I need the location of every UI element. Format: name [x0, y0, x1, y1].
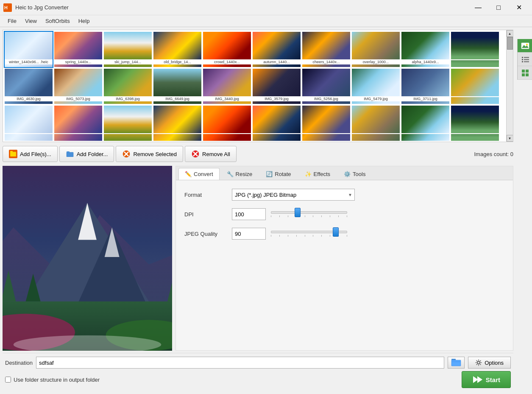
- image-thumb[interactable]: [451, 69, 499, 104]
- destination-input[interactable]: [36, 357, 444, 369]
- image-thumb[interactable]: winter_1440x96... .heic: [5, 32, 53, 67]
- image-thumb[interactable]: [302, 106, 350, 141]
- svg-rect-3: [10, 151, 13, 152]
- start-arrow-icon: [472, 375, 482, 384]
- convert-icon: ✏️: [185, 171, 192, 177]
- tab-tools-label: Tools: [353, 171, 365, 177]
- add-files-icon: [9, 150, 17, 158]
- tab-convert-label: Convert: [194, 171, 213, 177]
- image-thumb-label: alpha_1440x9...: [401, 59, 449, 64]
- image-thumb[interactable]: [5, 106, 53, 141]
- image-thumb[interactable]: [153, 106, 201, 141]
- tick: [279, 215, 280, 217]
- close-button[interactable]: ✕: [509, 2, 529, 14]
- image-thumb[interactable]: cheers_1440x...: [302, 32, 350, 67]
- image-thumb[interactable]: [54, 106, 102, 141]
- svg-point-30: [477, 361, 480, 364]
- scroll-track[interactable]: [507, 37, 513, 135]
- jpeg-quality-input[interactable]: [232, 228, 266, 240]
- add-files-button[interactable]: Add File(s)...: [3, 146, 58, 162]
- tick: [279, 235, 280, 237]
- right-side-icons: [517, 39, 532, 80]
- view-image-button[interactable]: [518, 39, 532, 53]
- svg-rect-28: [451, 360, 461, 366]
- add-folder-button[interactable]: Add Folder...: [59, 146, 114, 162]
- image-thumb[interactable]: [352, 106, 400, 141]
- tab-effects[interactable]: ✨ Effects: [298, 168, 337, 180]
- image-grid: winter_1440x96... .heicspring_1440x...sk…: [3, 30, 506, 142]
- tab-tools[interactable]: ⚙️ Tools: [337, 168, 372, 180]
- menu-file[interactable]: File: [3, 16, 21, 26]
- start-button[interactable]: Start: [462, 371, 511, 388]
- image-thumb[interactable]: spring_1440x...: [54, 32, 102, 67]
- image-thumb[interactable]: [253, 106, 301, 141]
- image-thumb[interactable]: alpha_1440x9...: [401, 32, 449, 67]
- image-thumb[interactable]: [203, 106, 251, 141]
- svg-marker-32: [477, 376, 482, 383]
- image-thumb[interactable]: IMG_3711.jpg: [401, 69, 449, 104]
- image-thumb[interactable]: IMG_4630.jpg: [5, 69, 53, 104]
- image-thumb[interactable]: IMG_6398.jpg: [104, 69, 152, 104]
- image-thumb[interactable]: crowd_1440x...: [203, 32, 251, 67]
- tab-resize[interactable]: 🔧 Resize: [220, 168, 259, 180]
- jpeg-slider-thumb[interactable]: [333, 227, 339, 237]
- image-thumb[interactable]: autumn_1440...: [253, 32, 301, 67]
- start-label: Start: [486, 376, 500, 383]
- dpi-input[interactable]: [232, 208, 266, 220]
- image-thumb[interactable]: [104, 106, 152, 141]
- tab-convert[interactable]: ✏️ Convert: [178, 168, 220, 180]
- image-thumb[interactable]: IMG_5256.jpg: [302, 69, 350, 104]
- view-list-button[interactable]: [518, 53, 532, 66]
- scroll-down-btn[interactable]: ▼: [507, 135, 513, 142]
- scroll-thumb[interactable]: [507, 37, 513, 50]
- image-thumb[interactable]: IMG_3440.jpg: [203, 69, 251, 104]
- folder-structure-row: Use folder structure in output folder: [5, 377, 100, 383]
- dpi-slider-track[interactable]: [271, 211, 347, 214]
- image-thumb-label: IMG_3711.jpg: [401, 96, 449, 101]
- image-thumb-label: winter_1440x96... .heic: [5, 59, 53, 64]
- folder-structure-checkbox[interactable]: [5, 377, 11, 383]
- minimize-button[interactable]: —: [468, 2, 488, 14]
- tick: [305, 215, 305, 217]
- image-thumb[interactable]: IMG_5479.jpg: [352, 69, 400, 104]
- image-thumb-label: IMG_6649.jpg: [153, 96, 201, 101]
- scroll-up-btn[interactable]: ▲: [507, 30, 513, 37]
- image-thumb[interactable]: ski_jump_144...: [104, 32, 152, 67]
- image-thumb[interactable]: IMG_3579.jpg: [253, 69, 301, 104]
- view-grid-button[interactable]: [518, 66, 532, 80]
- image-thumb[interactable]: old_bridge_14...: [153, 32, 201, 67]
- dpi-slider-thumb[interactable]: [295, 208, 301, 217]
- menu-help[interactable]: Help: [74, 16, 94, 26]
- grid-scrollbar[interactable]: ▲ ▼: [506, 30, 513, 142]
- menu-view[interactable]: View: [21, 16, 41, 26]
- preview-image: [3, 166, 172, 351]
- image-thumb-label: [302, 133, 350, 134]
- menu-softorbits[interactable]: SoftOrbits: [41, 16, 74, 26]
- svg-rect-38: [522, 59, 523, 60]
- tick: [305, 235, 305, 237]
- image-thumb[interactable]: overlay_1000...: [352, 32, 400, 67]
- options-button[interactable]: Options: [468, 357, 511, 369]
- image-thumb-label: cheers_1440x...: [302, 59, 350, 64]
- image-thumb-label: [153, 133, 201, 134]
- maximize-button[interactable]: □: [489, 2, 508, 14]
- image-thumb[interactable]: IMG_6649.jpg: [153, 69, 201, 104]
- destination-browse-button[interactable]: [448, 357, 465, 369]
- panel-area: ✏️ Convert 🔧 Resize 🔄 Rotate ✨ Effects: [3, 166, 513, 351]
- image-thumb-label: IMG_3440.jpg: [203, 96, 251, 101]
- image-thumb-label: IMG_5479.jpg: [352, 96, 400, 101]
- image-thumb-label: ski_jump_144...: [104, 59, 152, 64]
- remove-all-button[interactable]: Remove All: [185, 146, 237, 162]
- tick: [330, 215, 330, 217]
- tab-rotate[interactable]: 🔄 Rotate: [259, 168, 297, 180]
- format-select[interactable]: JPG (*.jpg) JPEG Bitmap PNG (*.png) BMP …: [232, 189, 355, 201]
- jpeg-slider-track[interactable]: [271, 231, 347, 233]
- image-thumb[interactable]: [451, 32, 499, 67]
- image-thumb[interactable]: IMG_5073.jpg: [54, 69, 102, 104]
- tab-effects-label: Effects: [314, 171, 331, 177]
- image-thumb[interactable]: [451, 106, 499, 141]
- image-thumb[interactable]: [401, 106, 449, 141]
- remove-selected-button[interactable]: Remove Selected: [116, 146, 183, 162]
- resize-icon: 🔧: [227, 171, 234, 177]
- image-view-icon: [521, 42, 529, 50]
